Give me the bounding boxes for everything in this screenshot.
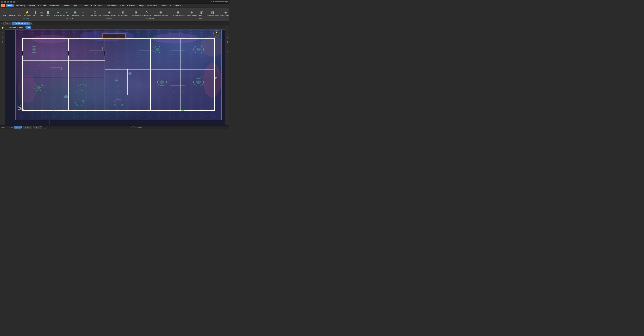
tab-layout2[interactable]: Layout2 — [33, 126, 42, 128]
sidebar-layers[interactable]: ☰ — [1, 35, 5, 39]
menu-structural-mep[interactable]: Structural/MEP — [48, 4, 62, 7]
block-lod-button[interactable]: ◧ Block LOD — [198, 10, 206, 17]
floorplan[interactable]: Floor 1 -9846.10 X — [16, 29, 222, 120]
right-panel-circle[interactable]: ○ — [225, 35, 229, 39]
model-buttons: ✥ Manipulate ⌐ L-Connect ⊞ Propagate ⊣ S… — [54, 10, 86, 17]
create-bim-window-icon: ⊡ — [94, 11, 96, 15]
menu-annotate[interactable]: Annotate — [79, 4, 89, 7]
exit-button[interactable]: Exit — [26, 26, 31, 29]
manipulate-button[interactable]: ✥ Manipulate — [54, 10, 62, 17]
insert-bim-component-icon: ⊕ — [108, 11, 111, 15]
line-button[interactable]: ╱ Line — [2, 10, 8, 17]
menu-manage[interactable]: Manage — [136, 4, 146, 7]
define-interior-elevations-button[interactable]: ⊠ Define Interior Elevations — [152, 10, 169, 17]
rectangle-button[interactable]: ▭ Rectangle — [8, 10, 16, 17]
command-arrow: ⊳ — [131, 126, 132, 128]
menu-view[interactable]: View — [119, 4, 126, 7]
right-panel-list[interactable]: ≣ — [225, 40, 229, 44]
classify-automatically-button[interactable]: ⊞ Classify Automatically — [171, 10, 186, 17]
counter-label: 0 — [17, 1, 18, 3]
graphic-override-button[interactable]: ◈ Graphic Override — [220, 10, 229, 17]
slab-icon: ▬ — [40, 11, 42, 15]
ribbon-group-bim: ⊞ Classify Automatically ⊕ Spatial Locat… — [170, 10, 229, 19]
command-input-area: ⊳ Enter command — [48, 126, 228, 128]
ribbon: ╱ Line ▭ Rectangle ○ Circle ⚡ Quickdraw … — [0, 8, 229, 22]
menu-expresstools[interactable]: ExpressTools — [159, 4, 172, 7]
lconnect-button[interactable]: ⌐ L-Connect — [62, 10, 71, 17]
menu-ai-assist[interactable]: AI Assist — [172, 4, 182, 7]
right-panel-properties[interactable]: ≡ — [225, 26, 229, 30]
add-layout-button[interactable]: + — [44, 126, 46, 128]
sidebar-home[interactable]: ⌂ — [1, 31, 5, 35]
ribbon-group-draw: ╱ Line ▭ Rectangle ○ Circle ⚡ Quickdraw … — [1, 10, 52, 19]
new-tab-button[interactable]: + — [30, 22, 33, 25]
interface-settings-label[interactable]: Interface settings — [215, 1, 228, 3]
breadcrumb-building: Building — [9, 26, 16, 28]
tab-scan-close[interactable]: ✕ — [27, 23, 28, 24]
breadcrumb-home-icon[interactable]: ⌂ — [7, 26, 8, 29]
compass — [213, 30, 220, 37]
wall-button[interactable]: ▐ Wall — [32, 10, 38, 17]
graphic-override-icon: ◈ — [224, 11, 227, 15]
app-logo[interactable]: A — [1, 4, 5, 8]
circle-button[interactable]: ○ Circle — [16, 10, 23, 17]
menubar: A Home 2D Drafting Modeling BIM Data Str… — [0, 4, 229, 8]
left-sidebar: 💡 ⌂ ☰ ⊞ — [0, 25, 5, 125]
slab-button[interactable]: ▬ Slab — [38, 10, 44, 17]
tab-layout1[interactable]: Layout1 — [23, 126, 32, 128]
save-icon[interactable]: 💾 — [4, 1, 6, 3]
spatial-locations-icon: ⊕ — [190, 11, 193, 15]
spatial-locations-button[interactable]: ⊕ Spatial Locations — [186, 10, 198, 17]
document-tabs: ··· Start ✕ ScanToPlan_3d* ✕ + — [0, 22, 229, 25]
ribbon-group-section: ⊟ Define Section ↻ Update Section ⊠ Defi… — [130, 10, 170, 19]
render-composition-button[interactable]: ◨ Render Composition — [206, 10, 220, 17]
viewport[interactable]: ⌂ Building > Floor 1 Exit — [5, 25, 225, 125]
layout-icon: ▦ — [11, 126, 13, 128]
sidebar-grid[interactable]: ⊞ — [1, 40, 5, 44]
create-bim-window-button[interactable]: ⊡ Create BIM Window — [88, 10, 102, 17]
menu-modeling[interactable]: Modeling — [26, 4, 36, 7]
tabs-menu-icon[interactable]: ··· — [1, 22, 2, 25]
command-placeholder[interactable]: Enter command — [133, 126, 145, 128]
quickdraw-button[interactable]: ⚡ Quickdraw — [23, 10, 32, 17]
svg-point-63 — [214, 77, 217, 79]
split-button[interactable]: ⊣ Split — [80, 10, 86, 17]
nav-next[interactable]: ▷ — [8, 126, 10, 128]
menu-bim-data[interactable]: BIM Data — [37, 4, 47, 7]
menu-2d-parametric[interactable]: 2D Parametric — [90, 4, 104, 7]
menu-export[interactable]: Export — [70, 4, 79, 7]
rectangle-icon: ▭ — [11, 11, 14, 15]
breadcrumb-bar: ⌂ Building > Floor 1 Exit — [5, 25, 225, 30]
sidebar-lightbulb[interactable]: 💡 — [1, 26, 5, 30]
redo-icon[interactable]: ↷ — [10, 1, 12, 3]
tab-start[interactable]: Start ✕ — [3, 22, 12, 25]
menu-point-cloud[interactable]: Point Cloud — [146, 4, 158, 7]
right-panel-up[interactable]: △ — [225, 49, 229, 53]
tab-model[interactable]: Model — [14, 126, 22, 128]
menu-home[interactable]: Home — [6, 4, 14, 7]
tab-scan-to-plan[interactable]: ScanToPlan_3d* ✕ — [12, 22, 30, 25]
wall-icon: ▐ — [34, 11, 36, 15]
right-panel-components[interactable]: ⊡ — [225, 31, 229, 35]
undo-icon[interactable]: ↶ — [7, 1, 10, 3]
menu-3d-parametric[interactable]: 3D Parametric — [104, 4, 118, 7]
menu-visualize[interactable]: Visualize — [126, 4, 136, 7]
svg-point-61 — [182, 110, 184, 111]
classify-automatically-icon: ⊞ — [177, 11, 180, 15]
model-label: MODEL ▾ — [54, 17, 86, 19]
propagate-button[interactable]: ⊞ Propagate — [71, 10, 80, 17]
settings-icon[interactable]: ⚙ — [13, 1, 16, 3]
menu-2d-drafting[interactable]: 2D Drafting — [14, 4, 26, 7]
nav-prev[interactable]: ◁ — [6, 126, 7, 128]
nav-arrows[interactable]: ◀ ▶ — [1, 126, 4, 128]
block-lod-icon: ◧ — [200, 11, 203, 15]
menu-insert[interactable]: Insert — [63, 4, 70, 7]
right-panel-play[interactable]: ▷ — [225, 45, 229, 49]
right-panel-plus[interactable]: ⊕ — [225, 54, 229, 58]
column-button[interactable]: █ Column — [44, 10, 51, 17]
define-section-button[interactable]: ⊟ Define Section — [131, 10, 141, 17]
update-section-button[interactable]: ↻ Update Section — [142, 10, 152, 17]
rectangular-grid-button[interactable]: ⊞ Rectangular Grid — [117, 10, 128, 17]
insert-bim-component-button[interactable]: ⊕ Insert BIM Component — [102, 10, 117, 17]
draw-label: DRAW ▾ — [2, 17, 51, 19]
